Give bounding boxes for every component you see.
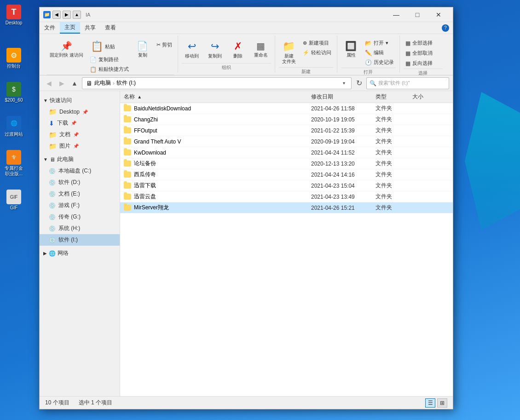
ribbon-rename-btn[interactable]: ▦ 重命名 [251, 39, 271, 60]
pics-icon: 📁 [49, 143, 57, 150]
nav-forward-btn[interactable]: ▶ [56, 78, 67, 89]
drive-d-icon: 💿 [49, 179, 56, 186]
col-date-header[interactable]: 修改日期 [311, 93, 376, 101]
docs-label: 文档 [59, 131, 70, 138]
ribbon-copy-btn[interactable]: 📄 复制 [133, 39, 153, 60]
col-type-header[interactable]: 类型 [376, 93, 412, 101]
file-row[interactable]: BaiduNetdiskDownload 2021-04-26 11:58 文件… [120, 103, 453, 114]
sidebar-drive-h[interactable]: 💿 系统 (H:) [40, 223, 120, 234]
folder-icon-7 [124, 183, 131, 189]
ribbon-easy-access-btn[interactable]: ⚡ 轻松访问 [301, 48, 333, 57]
close-btn[interactable]: ✕ [428, 7, 449, 22]
ribbon-copy-path-btn[interactable]: 📄 复制路径 [88, 55, 131, 64]
sidebar-drive-c[interactable]: 💿 本地磁盘 (C:) [40, 165, 120, 177]
sidebar-drive-g[interactable]: 💿 传奇 (G:) [40, 211, 120, 223]
address-field[interactable]: 🖥 此电脑 › 软件 (I:) ▾ [82, 77, 352, 89]
address-dropdown-btn[interactable]: ▾ [340, 78, 347, 89]
file-name-5: 论坛备份 [124, 160, 311, 167]
net-icon: 🌐 [6, 116, 21, 131]
desktop-icon-gold[interactable]: 专 专属打金职业版... [2, 150, 25, 177]
minimize-btn[interactable]: — [386, 7, 407, 22]
open-label: 打开 [341, 68, 396, 75]
ribbon-delete-btn[interactable]: ✗ 删除 [228, 39, 248, 61]
file-row-selected[interactable]: MirServer翔龙 2021-04-26 15:21 文件夹 [120, 202, 453, 213]
control-icon: ⚙ [6, 48, 21, 63]
ribbon-properties-btn[interactable]: 🔲 属性 [341, 39, 361, 60]
sidebar-this-pc-header[interactable]: ▼ 🖥 此电脑 [40, 154, 120, 165]
file-row[interactable]: 迅雷云盘 2021-04-23 13:49 文件夹 [120, 191, 453, 202]
drive-e-icon: 💿 [49, 191, 56, 197]
drive-i-icon: 💿 [49, 237, 56, 243]
desktop-icon-net[interactable]: 🌐 过渡网站 [2, 116, 25, 137]
sidebar-drive-f[interactable]: 💿 游戏 (F:) [40, 200, 120, 211]
file-row[interactable]: 西瓜传奇 2021-04-24 14:16 文件夹 [120, 169, 453, 180]
col-name-header[interactable]: 名称 ▲ [124, 93, 311, 101]
sidebar-drive-i[interactable]: 💿 软件 (I:) [40, 234, 120, 246]
nav-back-btn[interactable]: ◀ [43, 78, 54, 89]
menu-view[interactable]: 查看 [100, 22, 121, 34]
sidebar-drive-d[interactable]: 💿 软件 (D:) [40, 177, 120, 188]
ribbon-cut-btn[interactable]: ✂ 剪切 [155, 40, 174, 49]
control-label: 控制台 [7, 63, 21, 69]
desktop-label: Desktop [59, 109, 80, 115]
ribbon-new-folder-btn[interactable]: 📁 新建文件夹 [279, 39, 299, 66]
desktop-icon-excel[interactable]: $ $200_60 [2, 82, 25, 103]
ribbon-paste-shortcut-btn[interactable]: 📋 粘贴快捷方式 [88, 65, 131, 74]
ribbon-copy-to-btn[interactable]: ↪ 复制到 [205, 39, 225, 61]
ribbon-open-btn[interactable]: 📂 打开 ▾ [363, 39, 396, 47]
file-row[interactable]: KwDownload 2021-04-24 11:52 文件夹 [120, 147, 453, 158]
desktop-icon-toodesk[interactable]: T Desktop [2, 5, 25, 26]
refresh-btn[interactable]: ↻ [353, 78, 364, 89]
new-folder-icon: 📁 [283, 40, 295, 52]
menu-share[interactable]: 共享 [80, 22, 100, 34]
nav-up-btn[interactable]: ▲ [69, 78, 80, 89]
sidebar-this-pc: ▼ 🖥 此电脑 💿 本地磁盘 (C:) 💿 软件 (D:) 💿 文档 (E:) [40, 154, 120, 246]
breadcrumb-drive[interactable]: 软件 (I:) [116, 79, 136, 87]
ribbon-group-open: 🔲 属性 📂 打开 ▾ ✏️ 编辑 [337, 36, 400, 73]
file-row[interactable]: Grand Theft Auto V 2020-09-19 19:04 文件夹 [120, 136, 453, 147]
ribbon-edit-btn[interactable]: ✏️ 编辑 [363, 48, 396, 57]
sidebar-item-docs[interactable]: 📁 文档 📌 [40, 129, 120, 140]
file-row[interactable]: 论坛备份 2020-12-13 13:20 文件夹 [120, 158, 453, 169]
desktop-folder-icon: 📁 [49, 108, 57, 115]
ribbon-move-btn[interactable]: ↩ 移动到 [182, 39, 202, 61]
menu-file[interactable]: 文件 [40, 22, 60, 34]
menu-home[interactable]: 主页 [60, 22, 80, 34]
sidebar-item-download[interactable]: ⬇ 下载 📌 [40, 117, 120, 129]
sidebar-network-header[interactable]: ▶ 🌐 网络 [40, 247, 120, 259]
search-field[interactable]: 🔍 搜索"软件 (I:)" [366, 77, 449, 89]
view-large-btn[interactable]: ⊞ [437, 398, 447, 408]
desktop-icon-control[interactable]: ⚙ 控制台 [2, 48, 25, 69]
desktop-icon-gif[interactable]: GIF GIF [2, 190, 25, 211]
select-col: ▦ 全部选择 ▦ 全部取消 ▦ 反向选择 [404, 39, 434, 68]
move-icon: ↩ [188, 40, 196, 52]
back-btn[interactable]: ◀ [52, 11, 61, 19]
help-btn[interactable]: ? [442, 24, 449, 32]
file-row[interactable]: 迅雷下载 2021-04-23 15:04 文件夹 [120, 180, 453, 191]
ribbon-select-none-btn[interactable]: ▦ 全部取消 [404, 49, 434, 58]
ribbon-group-organize: ↩ 移动到 ↪ 复制到 ✗ 删除 ▦ 重命名 [178, 36, 275, 73]
sidebar-drive-e[interactable]: 💿 文档 (E:) [40, 188, 120, 200]
ribbon-pin-btn[interactable]: 📌 固定到快 速访问 [47, 39, 86, 60]
file-row[interactable]: FFOutput 2021-01-22 15:39 文件夹 [120, 125, 453, 136]
ribbon-invert-btn[interactable]: ▦ 反向选择 [404, 59, 434, 68]
file-row[interactable]: ChangZhi 2020-10-19 19:05 文件夹 [120, 114, 453, 125]
sidebar-item-desktop[interactable]: 📁 Desktop 📌 [40, 106, 120, 117]
ribbon-paste-btn[interactable]: 📋 粘贴 [88, 39, 131, 54]
file-name-9: MirServer翔龙 [124, 204, 311, 212]
sidebar-quick-access-header[interactable]: ▼ 快速访问 [40, 95, 120, 106]
ribbon-select-all-btn[interactable]: ▦ 全部选择 [404, 39, 434, 47]
ribbon-history-btn[interactable]: 🕐 历史记录 [363, 58, 396, 67]
up-btn[interactable]: ▲ [73, 11, 81, 19]
file-name-2: FFOutput [124, 127, 311, 134]
breadcrumb: 此电脑 › 软件 (I:) [94, 79, 338, 87]
forward-btn[interactable]: ▶ [63, 11, 71, 19]
ribbon-new-item-btn[interactable]: ⊕ 新建项目 [301, 39, 333, 47]
col-size-header[interactable]: 大小 [412, 93, 449, 101]
sidebar-item-pics[interactable]: 📁 图片 📌 [40, 140, 120, 152]
breadcrumb-pc[interactable]: 此电脑 [94, 79, 111, 87]
folder-icon-6 [124, 172, 131, 178]
maximize-btn[interactable]: □ [407, 7, 428, 22]
sidebar: ▼ 快速访问 📁 Desktop 📌 ⬇ 下载 📌 📁 文档 📌 [40, 91, 120, 396]
view-details-btn[interactable]: ☰ [425, 398, 435, 408]
